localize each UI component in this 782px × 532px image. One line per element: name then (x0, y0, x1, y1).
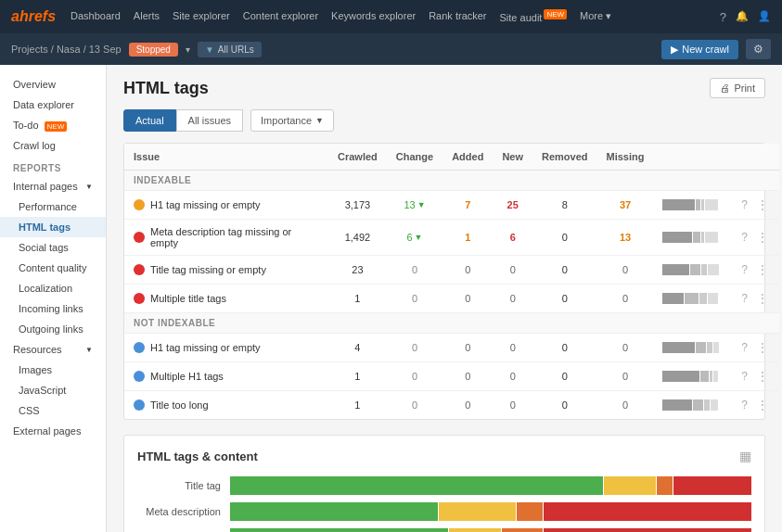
nav-rank-tracker[interactable]: Rank tracker (429, 10, 486, 23)
importance-chevron-icon: ▼ (315, 116, 324, 125)
more-options-icon[interactable]: ⋮ (755, 340, 770, 355)
mini-bar-cell (653, 362, 727, 391)
chart-grid-icon[interactable]: ▦ (739, 449, 751, 463)
notifications-icon[interactable]: 🔔 (736, 10, 749, 24)
sidebar-item-incoming-links[interactable]: Incoming links (0, 298, 106, 319)
chart-bar (230, 502, 751, 521)
sidebar-item-css[interactable]: CSS (0, 400, 106, 421)
chart-section: HTML tags & content ▦ Title tag Meta des… (123, 435, 765, 532)
nav-keywords-explorer[interactable]: Keywords explorer (331, 10, 416, 23)
filter-button[interactable]: ▼ All URLs (198, 42, 262, 57)
more-options-icon[interactable]: ⋮ (755, 291, 770, 306)
help-icon[interactable]: ? (737, 230, 751, 245)
help-icon[interactable]: ? (737, 398, 751, 412)
col-issue: Issue (124, 144, 328, 171)
new-value: 0 (493, 362, 532, 391)
sidebar-item-overview[interactable]: Overview (0, 74, 106, 95)
page-header: HTML tags 🖨 Print (123, 78, 765, 98)
filter-icon: ▼ (205, 44, 214, 55)
change-cell: 0 (387, 256, 442, 285)
more-options-icon[interactable]: ⋮ (755, 369, 770, 384)
more-options-icon[interactable]: ⋮ (755, 230, 770, 245)
more-options-icon[interactable]: ⋮ (755, 262, 770, 277)
action-cell: ? ⋮ (727, 334, 779, 362)
issue-label: H1 tag missing or empty (150, 199, 261, 210)
layout: Overview Data explorer To-do NEW Crawl l… (0, 65, 782, 532)
sidebar-item-javascript[interactable]: JavaScript (0, 380, 106, 400)
bar-segment-green (230, 476, 603, 495)
table-row: Multiple title tags 1 0 0 0 0 0 ? ⋮ (124, 285, 779, 313)
help-icon[interactable]: ? (737, 340, 751, 355)
importance-dropdown[interactable]: Importance ▼ (250, 109, 334, 132)
new-value: 0 (493, 391, 532, 420)
change-cell: 0 (387, 391, 442, 420)
nav-site-audit[interactable]: Site auditNEW (500, 10, 568, 23)
missing-value: 0 (597, 391, 654, 420)
new-crawl-button[interactable]: ▶ New crawl (661, 40, 738, 59)
print-button[interactable]: 🖨 Print (710, 78, 765, 98)
page-title: HTML tags (123, 79, 209, 98)
more-chevron-icon: ▾ (606, 10, 611, 21)
help-icon[interactable]: ? (720, 10, 726, 24)
table-row: Title too long 1 0 0 0 0 0 ? ⋮ (124, 391, 779, 420)
nav-more[interactable]: More ▾ (580, 10, 611, 23)
col-crawled: Crawled (328, 144, 387, 171)
sidebar-item-resources[interactable]: Resources ▼ (0, 339, 106, 360)
sidebar-item-images[interactable]: Images (0, 360, 106, 380)
nav-content-explorer[interactable]: Content explorer (243, 10, 318, 23)
sidebar-item-social-tags[interactable]: Social tags (0, 237, 106, 258)
settings-button[interactable]: ⚙ (746, 39, 771, 59)
removed-value: 8 (532, 191, 597, 220)
status-badge[interactable]: Stopped (129, 43, 178, 57)
reports-section-header: REPORTS (0, 156, 106, 176)
action-cell: ? ⋮ (727, 391, 779, 420)
sidebar-item-localization[interactable]: Localization (0, 278, 106, 298)
nav-site-explorer[interactable]: Site explorer (173, 10, 230, 23)
issue-dot (134, 399, 145, 411)
issue-label: H1 tag missing or empty (150, 342, 261, 353)
added-value: 7 (442, 191, 493, 220)
more-options-icon[interactable]: ⋮ (755, 398, 770, 412)
issue-cell: Meta description tag missing or empty (124, 220, 328, 256)
nav-items: Dashboard Alerts Site explorer Content e… (71, 10, 720, 23)
crawled-value: 1 (328, 285, 387, 313)
sidebar-item-content-quality[interactable]: Content quality (0, 258, 106, 278)
issue-label: Meta description tag missing or empty (150, 226, 319, 248)
nav-dashboard[interactable]: Dashboard (71, 10, 121, 23)
sidebar-item-external-pages[interactable]: External pages (0, 421, 106, 441)
mini-bar-cell (653, 191, 727, 220)
sidebar-item-internal-pages[interactable]: Internal pages ▼ (0, 176, 106, 196)
down-arrow-icon: ▼ (415, 233, 423, 242)
col-bar (653, 144, 727, 171)
print-icon: 🖨 (720, 82, 730, 94)
sidebar-item-performance[interactable]: Performance (0, 196, 106, 217)
help-icon[interactable]: ? (737, 262, 751, 277)
nav-right: ? 🔔 👤 (720, 10, 771, 24)
tab-actual[interactable]: Actual (123, 109, 176, 132)
help-icon[interactable]: ? (737, 197, 751, 212)
site-audit-new-badge: NEW (544, 9, 567, 19)
sidebar-item-todo[interactable]: To-do NEW (0, 115, 106, 135)
issue-dot (134, 264, 145, 275)
change-value: 0 (412, 342, 417, 353)
tab-all-issues[interactable]: All issues (176, 109, 243, 132)
change-value: 0 (412, 371, 417, 382)
more-options-icon[interactable]: ⋮ (755, 197, 770, 212)
issue-dot (134, 293, 145, 304)
help-icon[interactable]: ? (737, 291, 751, 306)
bar-segment-yellow (439, 502, 517, 521)
sidebar-item-data-explorer[interactable]: Data explorer (0, 95, 106, 115)
nav-alerts[interactable]: Alerts (134, 10, 160, 23)
action-cell: ? ⋮ (727, 220, 779, 256)
user-icon[interactable]: 👤 (758, 10, 771, 24)
sidebar-item-outgoing-links[interactable]: Outgoing links (0, 319, 106, 339)
help-icon[interactable]: ? (737, 369, 751, 384)
bar-segment-orange (502, 528, 544, 532)
missing-value: 37 (597, 191, 654, 220)
added-value: 0 (442, 285, 493, 313)
table-header-row: Issue Crawled Change Added New Removed M… (124, 144, 779, 171)
sidebar-item-crawl-log[interactable]: Crawl log (0, 135, 106, 156)
issue-label: Multiple H1 tags (150, 371, 224, 382)
action-cell: ? ⋮ (727, 285, 779, 313)
sidebar-item-html-tags[interactable]: HTML tags (0, 217, 106, 237)
